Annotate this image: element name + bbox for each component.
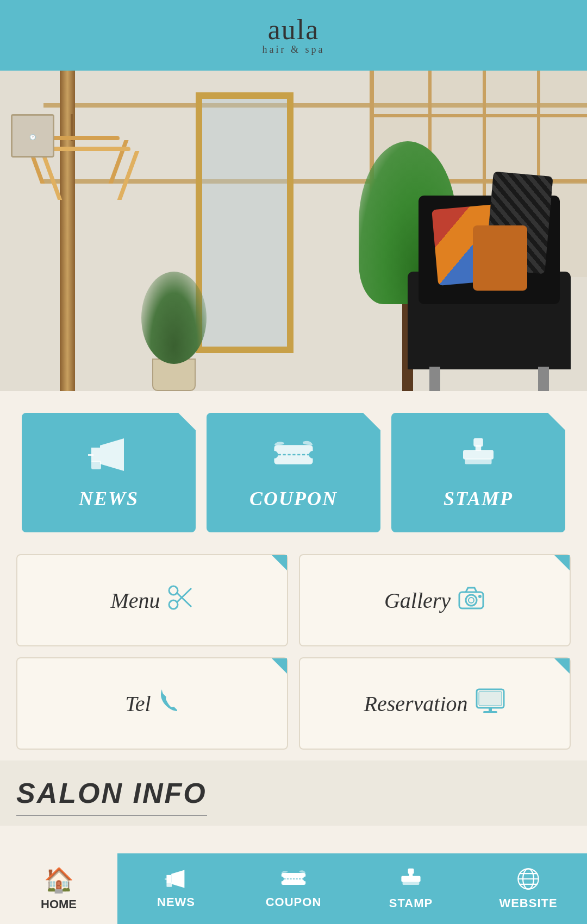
scissors-icon: [167, 584, 194, 617]
svg-marker-25: [171, 870, 184, 888]
bottom-navigation: 🏠 HOME NEWS COUPON: [0, 853, 587, 924]
stamp-icon: [457, 436, 500, 482]
nav-home-label: HOME: [41, 897, 77, 912]
secondary-actions-section: Menu Gallery: [0, 549, 587, 760]
svg-rect-27: [165, 878, 168, 879]
menu-button[interactable]: Menu: [16, 554, 288, 646]
news-button[interactable]: NEWS: [22, 413, 196, 532]
menu-label: Menu: [110, 588, 160, 613]
nav-website[interactable]: WEBSITE: [470, 867, 587, 910]
svg-rect-3: [88, 454, 93, 456]
reservation-label: Reservation: [364, 691, 467, 716]
mirror-decor: [196, 92, 294, 353]
svg-rect-34: [401, 876, 420, 882]
stamp-label: STAMP: [444, 487, 513, 510]
logo-main: aula: [263, 16, 325, 44]
hero-image: 🕐: [0, 71, 587, 391]
nav-news[interactable]: NEWS: [117, 868, 235, 909]
svg-rect-21: [479, 692, 502, 706]
logo-sub: hair & spa: [263, 44, 325, 55]
coupon-button[interactable]: COUPON: [207, 413, 380, 532]
monitor-icon: [474, 687, 506, 720]
salon-info-section: SALON INFO: [0, 760, 587, 826]
nav-home[interactable]: 🏠 HOME: [0, 853, 117, 924]
stamp-button[interactable]: STAMP: [391, 413, 565, 532]
nav-coupon-label: COUPON: [266, 895, 322, 909]
nav-website-icon: [516, 867, 540, 893]
svg-rect-2: [91, 461, 101, 469]
quick-actions-section: NEWS COUPON: [0, 391, 587, 549]
logo-area: aula hair & spa: [263, 16, 325, 55]
nav-website-label: WEBSITE: [499, 896, 557, 910]
news-icon: [87, 436, 130, 482]
clock-decor: 🕐: [11, 114, 54, 158]
svg-rect-23: [483, 711, 497, 713]
camera-icon: [457, 584, 485, 617]
home-icon: 🏠: [44, 866, 74, 894]
svg-rect-26: [166, 882, 172, 887]
gallery-button[interactable]: Gallery: [299, 554, 571, 646]
svg-rect-11: [465, 458, 492, 464]
secondary-row-2: Tel Reservation: [16, 657, 571, 750]
svg-point-19: [478, 595, 482, 598]
tel-button[interactable]: Tel: [16, 657, 288, 750]
nav-news-label: NEWS: [157, 895, 195, 909]
nav-stamp[interactable]: STAMP: [352, 867, 470, 910]
svg-rect-10: [463, 450, 494, 460]
reservation-button[interactable]: Reservation: [299, 657, 571, 750]
coupon-icon: [272, 436, 315, 482]
gallery-label: Gallery: [384, 588, 451, 613]
svg-marker-1: [100, 438, 124, 471]
tel-label: Tel: [125, 691, 151, 716]
secondary-row-1: Menu Gallery: [16, 554, 571, 646]
coupon-label: COUPON: [249, 487, 338, 510]
nav-coupon[interactable]: COUPON: [235, 868, 352, 909]
nav-coupon-icon: [280, 868, 307, 892]
app-header: aula hair & spa: [0, 0, 587, 71]
salon-chair: [408, 206, 571, 391]
small-plant: [141, 272, 207, 391]
news-label: NEWS: [79, 487, 139, 510]
nav-stamp-label: STAMP: [389, 896, 433, 910]
phone-icon: [158, 687, 179, 720]
nav-stamp-icon: [399, 867, 423, 893]
svg-rect-35: [403, 881, 420, 885]
svg-point-18: [469, 598, 474, 603]
salon-info-title: SALON INFO: [16, 777, 207, 816]
nav-news-icon: [164, 868, 188, 892]
svg-point-17: [466, 595, 477, 606]
